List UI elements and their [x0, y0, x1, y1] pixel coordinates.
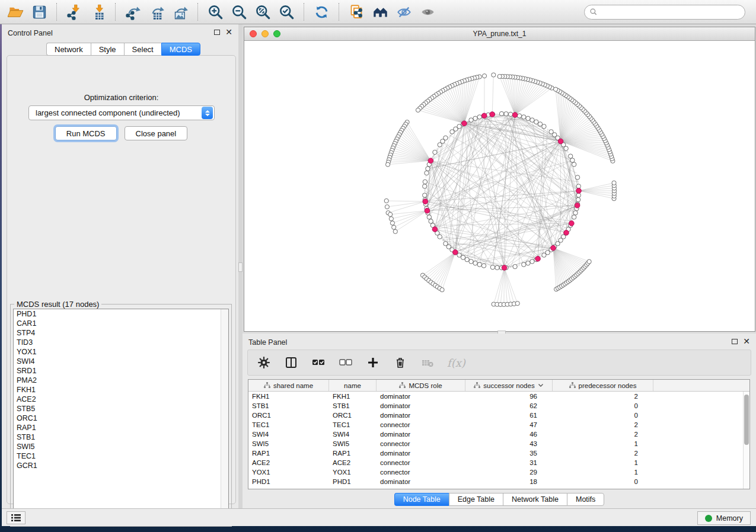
tab-network-table[interactable]: Network Table	[503, 493, 567, 506]
toolbar-separator	[197, 3, 198, 21]
table-cell: 1	[553, 439, 653, 448]
mcds-result-item[interactable]: TEC1	[14, 451, 228, 461]
export-table-button[interactable]	[146, 2, 167, 22]
refresh-button[interactable]	[311, 2, 332, 22]
table-cell: TEC1	[329, 420, 377, 430]
search-input[interactable]	[584, 5, 745, 20]
mcds-result-item[interactable]: RAP1	[14, 423, 228, 432]
settings-button[interactable]	[256, 355, 272, 370]
mcds-result-item[interactable]: SRD1	[14, 366, 228, 376]
mcds-result-item[interactable]: GCR1	[14, 461, 228, 470]
tab-node-table[interactable]: Node Table	[394, 493, 449, 506]
select-all-button[interactable]	[311, 355, 326, 370]
zoom-selected-button[interactable]	[276, 2, 297, 22]
column-label: predecessor nodes	[579, 382, 637, 389]
table-row[interactable]: TEC1TEC1connector472	[248, 420, 749, 430]
table-row[interactable]: SWI5SWI5connector431	[248, 439, 749, 448]
column-header-successor-nodes[interactable]: successor nodes	[465, 380, 553, 391]
first-neighbors-button[interactable]	[369, 2, 391, 22]
export-image-button[interactable]	[170, 2, 191, 22]
mcds-result-item[interactable]: STP4	[14, 328, 228, 338]
table-cell: TEC1	[248, 420, 329, 430]
table-cell: connector	[377, 467, 465, 477]
mcds-result-item[interactable]: FKH1	[14, 385, 228, 395]
mcds-result-item[interactable]: STB1	[14, 432, 228, 442]
hide-selected-icon	[396, 4, 412, 20]
save-session-button[interactable]	[28, 2, 50, 22]
table-cell: 0	[553, 411, 653, 420]
table-row[interactable]: STB1STB1dominator620	[248, 401, 749, 411]
show-columns-icon	[285, 356, 298, 369]
vertical-splitter-handle[interactable]	[238, 262, 243, 272]
mcds-result-item[interactable]: ORC1	[14, 414, 228, 423]
sort-desc-icon	[538, 383, 544, 387]
vertical-splitter[interactable]	[238, 24, 243, 508]
float-table-panel-icon[interactable]	[732, 339, 738, 344]
run-mcds-button[interactable]: Run MCDS	[55, 126, 117, 140]
network-window-titlebar[interactable]: YPA_prune.txt_1	[244, 27, 755, 41]
tab-motifs[interactable]: Motifs	[567, 493, 604, 506]
memory-button[interactable]: Memory	[697, 511, 751, 525]
mcds-result-item[interactable]: SWI5	[14, 442, 228, 451]
status-bar: Memory	[2, 508, 756, 526]
table-row[interactable]: FKH1FKH1dominator962	[248, 392, 749, 401]
float-panel-icon[interactable]	[214, 30, 220, 35]
export-network-icon	[125, 4, 141, 20]
column-header-shared-name[interactable]: shared name	[248, 380, 329, 391]
mcds-result-item[interactable]: PHD1	[14, 309, 228, 319]
close-table-panel-icon[interactable]: ✕	[743, 338, 750, 344]
table-row[interactable]: ACE2ACE2connector311	[248, 458, 749, 467]
hide-selected-button[interactable]	[393, 2, 414, 22]
duplicate-network-button[interactable]	[346, 2, 367, 22]
show-columns-button[interactable]	[283, 355, 299, 370]
table-row[interactable]: RAP1RAP1dominator352	[248, 448, 749, 458]
open-file-button[interactable]	[5, 2, 26, 22]
zoom-in-button[interactable]	[205, 2, 226, 22]
tab-network[interactable]: Network	[46, 43, 91, 56]
table-scrollbar[interactable]	[743, 392, 749, 489]
mcds-result-item[interactable]: TID3	[14, 338, 228, 347]
control-panel: Control Panel ✕ NetworkStyleSelectMCDS O…	[2, 24, 238, 508]
tab-style[interactable]: Style	[91, 43, 124, 56]
show-all-button[interactable]	[417, 2, 438, 22]
column-header-MCDS-role[interactable]: MCDS role	[377, 380, 465, 391]
export-network-button[interactable]	[122, 2, 143, 22]
optimization-criterion-select[interactable]: largest connected component (undirected)	[28, 105, 215, 120]
zoom-out-button[interactable]	[228, 2, 250, 22]
mcds-result-item[interactable]: CAR1	[14, 319, 228, 328]
table-cell: YOX1	[329, 467, 377, 477]
optimization-criterion-value: largest connected component (undirected)	[29, 108, 202, 117]
tab-edge-table[interactable]: Edge Table	[449, 493, 503, 506]
mcds-result-list[interactable]: PHD1CAR1STP4TID3YOX1SWI4SRD1PMA2FKH1ACE2…	[13, 309, 229, 523]
tab-mcds[interactable]: MCDS	[161, 43, 200, 56]
main-toolbar	[0, 0, 756, 24]
table-row[interactable]: SWI4SWI4dominator462	[248, 430, 749, 439]
delete-button[interactable]	[393, 355, 408, 370]
mcds-result-item[interactable]: ACE2	[14, 395, 228, 404]
table-cell: FKH1	[248, 392, 329, 401]
table-row[interactable]: YOX1YOX1connector291	[248, 467, 749, 477]
zoom-fit-button[interactable]	[252, 2, 273, 22]
task-history-button[interactable]	[7, 511, 25, 524]
table-scrollbar-thumb[interactable]	[744, 395, 749, 445]
column-header-name[interactable]: name	[329, 380, 377, 391]
import-network-button[interactable]	[63, 2, 85, 22]
mcds-result-item[interactable]: SWI4	[14, 357, 228, 366]
table-cell: FKH1	[329, 392, 377, 401]
mcds-result-item[interactable]: STB5	[14, 404, 228, 414]
column-header-predecessor-nodes[interactable]: predecessor nodes	[553, 380, 653, 391]
import-table-button[interactable]	[87, 2, 109, 22]
tab-select[interactable]: Select	[124, 43, 161, 56]
deselect-all-button[interactable]	[338, 355, 353, 370]
mcds-result-item[interactable]: YOX1	[14, 347, 228, 357]
network-canvas[interactable]	[244, 41, 755, 331]
close-panel-button[interactable]: Close panel	[125, 126, 188, 140]
table-cell: 46	[465, 430, 553, 439]
table-row[interactable]: ORC1ORC1dominator610	[248, 411, 749, 420]
table-row[interactable]: PHD1PHD1dominator180	[248, 477, 749, 486]
mcds-list-scrollbar[interactable]	[221, 309, 228, 523]
close-panel-icon[interactable]: ✕	[225, 29, 232, 35]
table-cell: SWI4	[248, 430, 329, 439]
add-button[interactable]	[365, 355, 381, 370]
mcds-result-item[interactable]: PMA2	[14, 376, 228, 385]
